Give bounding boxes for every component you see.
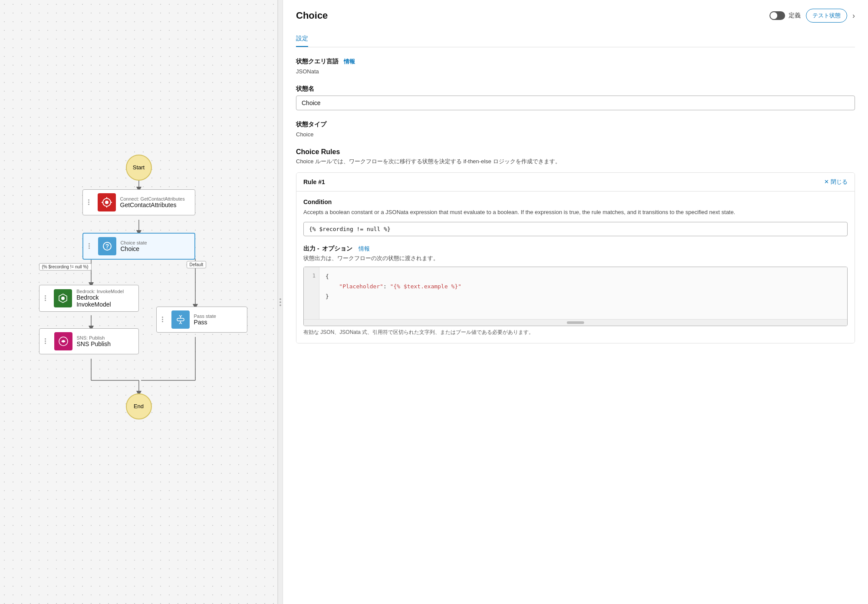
code-line-1: { [326, 271, 841, 281]
query-language-value: JSONata [296, 68, 855, 75]
start-label: Start [133, 164, 145, 171]
toggle-label: 定義 [789, 12, 801, 20]
panel-title: Choice [296, 10, 328, 21]
start-circle: Start [126, 155, 152, 181]
choice-rules-title: Choice Rules [296, 148, 855, 156]
choice-rules-section: Choice Rules Choice ルールでは、ワークフローを次に移行する状… [296, 148, 855, 343]
drag-handle-choice [89, 243, 92, 249]
flow-diagram-panel: Start [0, 0, 278, 604]
code-editor-footer [304, 319, 847, 326]
state-name-label: 状態名 [296, 85, 855, 93]
connect-subtitle: Connect: GetContactAttributes [120, 196, 185, 201]
code-content[interactable]: { "Placeholder": "{% $text.example %}" } [319, 267, 847, 319]
output-desc: 状態出力は、ワークフローの次の状態に渡されます。 [303, 254, 848, 262]
end-circle: End [126, 393, 152, 419]
scroll-handle[interactable] [567, 321, 584, 324]
choice-text: Choice state Choice [121, 240, 147, 252]
connect-icon [98, 193, 116, 211]
drag-handle-pass [162, 317, 165, 322]
test-state-button[interactable]: テスト状態 [806, 9, 847, 23]
condition-label: {% $recording != null %} [39, 263, 92, 271]
output-title-row: 出力 - オプション 情報 [303, 245, 848, 253]
svg-rect-22 [177, 318, 184, 321]
choice-node[interactable]: ? Choice state Choice [82, 233, 195, 260]
query-language-label: 状態クエリ言語 情報 [296, 58, 855, 66]
editor-note: 有効な JSON、JSONata 式、引用符で区切られた文字列、またはブール値で… [303, 329, 848, 336]
code-line-3: } [326, 291, 841, 301]
query-language-info-link[interactable]: 情報 [344, 58, 355, 65]
bedrock-node[interactable]: Bedrock: InvokeModel Bedrock InvokeModel [39, 285, 139, 312]
start-node[interactable]: Start [126, 155, 152, 181]
condition-input[interactable] [303, 222, 848, 236]
choice-rules-desc: Choice ルールでは、ワークフローを次に移行する状態を決定する if-the… [296, 158, 855, 165]
output-section: 出力 - オプション 情報 状態出力は、ワークフローの次の状態に渡されます。 1… [303, 245, 848, 336]
rule-card-header: Rule #1 ✕ 閉じる [296, 173, 855, 191]
connect-node[interactable]: Connect: GetContactAttributes GetContact… [82, 189, 195, 215]
state-type-value: Choice [296, 131, 855, 138]
end-node[interactable]: End [126, 393, 152, 419]
choice-icon: ? [98, 237, 116, 255]
chevron-right-icon[interactable]: › [852, 11, 855, 20]
drag-handle [88, 199, 92, 205]
query-language-section: 状態クエリ言語 情報 JSONata [296, 58, 855, 75]
output-title-suffix: オプション [322, 245, 352, 253]
drag-handle-sns [45, 338, 48, 344]
code-line-2: "Placeholder": "{% $text.example %}" [326, 281, 841, 291]
bedrock-icon [54, 289, 72, 307]
end-label: End [134, 403, 144, 409]
svg-point-13 [105, 201, 108, 204]
sns-node[interactable]: SNS: Publish SNS Publish [39, 328, 139, 354]
condition-title: Condition [303, 198, 848, 205]
tab-bar: 設定 [296, 31, 855, 47]
line-numbers: 1 [304, 267, 319, 319]
pass-title: Pass [194, 319, 216, 326]
code-key: "Placeholder" [339, 283, 383, 290]
bedrock-text: Bedrock: InvokeModel Bedrock InvokeModel [76, 289, 133, 308]
close-rule-button[interactable]: ✕ 閉じる [824, 178, 848, 186]
pass-text: Pass state Pass [194, 314, 216, 326]
definition-toggle[interactable] [769, 11, 785, 20]
default-label: Default [187, 261, 207, 268]
sns-icon [54, 332, 72, 350]
panel-divider[interactable] [278, 0, 283, 604]
bedrock-subtitle: Bedrock: InvokeModel [76, 289, 133, 294]
pass-node[interactable]: Pass state Pass [156, 307, 247, 333]
rule-body: Condition Accepts a boolean constant or … [296, 191, 855, 343]
state-type-label: 状態タイプ [296, 121, 855, 129]
condition-desc: Accepts a boolean constant or a JSONata … [303, 208, 848, 217]
choice-subtitle: Choice state [121, 240, 147, 245]
code-value: "{% $text.example %}" [390, 283, 461, 290]
code-editor-body: 1 { "Placeholder": "{% $text.example %}"… [304, 267, 847, 319]
toggle-container[interactable]: 定義 [769, 11, 801, 20]
output-title-prefix: 出力 - [303, 245, 319, 253]
output-info-link[interactable]: 情報 [358, 245, 370, 253]
drag-handle-bedrock [45, 295, 48, 301]
connect-text: Connect: GetContactAttributes GetContact… [120, 196, 185, 208]
rule-card-1: Rule #1 ✕ 閉じる Condition Accepts a boolea… [296, 172, 855, 343]
state-type-section: 状態タイプ Choice [296, 121, 855, 138]
right-header: Choice 定義 テスト状態 › [296, 9, 855, 23]
choice-title: Choice [121, 245, 147, 252]
flow-diagram: Start [26, 150, 252, 454]
state-name-input[interactable] [296, 96, 855, 110]
code-editor[interactable]: 1 { "Placeholder": "{% $text.example %}"… [303, 267, 848, 326]
line-number-1: 1 [304, 271, 319, 281]
tab-settings[interactable]: 設定 [296, 31, 308, 47]
sns-text: SNS: Publish SNS Publish [77, 335, 111, 347]
sns-subtitle: SNS: Publish [77, 335, 111, 340]
header-controls: 定義 テスト状態 › [769, 9, 855, 23]
pass-icon [171, 310, 190, 329]
connect-title: GetContactAttributes [120, 201, 185, 208]
divider-dots [279, 298, 281, 306]
svg-text:?: ? [105, 243, 109, 250]
state-name-section: 状態名 [296, 85, 855, 110]
svg-point-20 [61, 297, 65, 300]
rule-title: Rule #1 [303, 178, 325, 185]
right-panel: Choice 定義 テスト状態 › 設定 状態クエリ言語 情報 JSONata … [283, 0, 868, 604]
bedrock-title: Bedrock InvokeModel [76, 294, 133, 308]
pass-subtitle: Pass state [194, 314, 216, 319]
sns-title: SNS Publish [77, 340, 111, 347]
